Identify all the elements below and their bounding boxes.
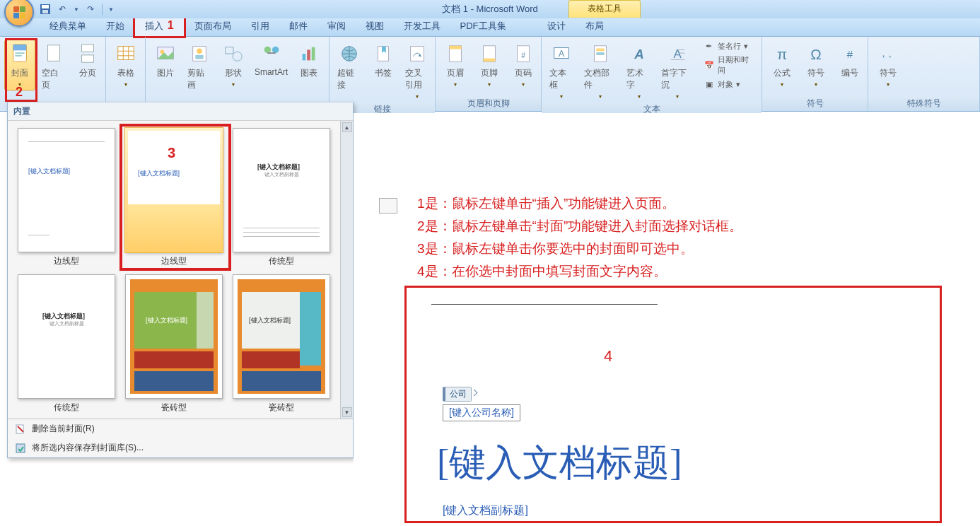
table-button[interactable]: 表格▾ [110,40,141,90]
tab-tablelayout[interactable]: 布局 [576,16,614,36]
save-to-gallery-button[interactable]: 将所选内容保存到封面库(S)... [8,438,353,457]
tab-home[interactable]: 开始 [96,16,134,36]
instruction-line-2: 2是：鼠标左键单击“封面”功能键进入封面选择对话框。 [417,215,742,238]
chart-button[interactable]: 图表 [293,40,325,82]
tab-mail[interactable]: 邮件 [279,16,317,36]
tab-pagelayout[interactable]: 页面布局 [185,16,241,36]
svg-rect-1 [42,5,49,8]
gallery-item-caption: 边线型 [54,255,79,267]
gallery-item-caption: 传统型 [269,255,294,267]
picture-label: 图片 [157,67,174,79]
thumb-title: [键入文档标题] [28,167,70,176]
cover-page-button[interactable]: 封面 ▾ [4,40,35,90]
quickparts-icon [589,42,612,65]
chart-label: 图表 [301,67,317,79]
number-button[interactable]: #编号 [834,40,865,82]
context-tab-tabletools: 表格工具 [568,0,641,18]
cover-page-gallery: 内置 [键入文档标题] 边线型 [键入文档标题] 3 [7,102,354,458]
clipart-button[interactable]: 剪贴画 [184,40,215,94]
remove-cover-button[interactable]: 删除当前封面(R) [8,419,353,438]
remove-cover-icon [15,423,26,435]
tab-developer[interactable]: 开发工具 [394,16,450,36]
gallery-item[interactable]: [键入文档标题] 边线型 [15,128,118,270]
equation-button[interactable]: π公式▾ [766,40,798,90]
document-title-field[interactable]: [键入文档标题] [437,438,926,488]
hyperlink-button[interactable]: 超链接 [334,40,365,94]
gallery-item-caption: 瓷砖型 [161,402,187,414]
footer-button[interactable]: 页脚▾ [474,40,505,90]
object-button[interactable]: ▣对象 ▾ [701,78,757,90]
hyperlink-icon [338,42,361,65]
svg-rect-40 [596,52,604,55]
annotation-marker-1: 1 [168,19,174,31]
signature-button[interactable]: ✒签名行 ▾ [701,40,757,52]
svg-text:#: # [521,52,525,59]
undo-icon[interactable]: ↶ [57,4,68,15]
smartart-button[interactable]: SmartArt [252,40,291,80]
gallery-item[interactable]: [键入文档标题] 瓷砖型 [230,274,333,416]
group-special-label: 特殊符号 [868,97,979,111]
company-name-field[interactable]: [键入公司名称] [443,404,520,421]
svg-text:A: A [674,47,682,61]
undo-dropdown-icon[interactable]: ▼ [74,6,79,13]
picture-button[interactable]: 图片 [150,40,181,82]
instruction-line-4: 4是：在你选中封面中填写封面文字内容。 [417,260,742,283]
crossref-button[interactable]: 交叉引用▾ [402,40,433,103]
group-headerfooter-label: 页眉和页脚 [436,97,541,111]
footer-label: 页脚 [481,67,498,79]
smartart-icon [260,42,283,65]
scroll-up-icon[interactable]: ▲ [342,122,352,132]
svg-text:，。: ，。 [879,48,897,59]
svg-rect-25 [307,49,310,60]
gallery-section-header: 内置 [8,103,353,121]
header-button[interactable]: 页眉▾ [440,40,471,90]
svg-point-22 [264,47,270,53]
symbol-icon: Ω [805,42,827,65]
annotation-marker-2: 2 [16,85,23,100]
tab-review[interactable]: 审阅 [317,16,356,36]
symbol-button[interactable]: Ω符号▾ [800,40,832,90]
quickparts-button[interactable]: 文档部件▾ [581,40,620,103]
signature-icon: ✒ [704,40,715,52]
svg-rect-5 [15,52,24,54]
svg-rect-8 [82,45,94,52]
table-icon [115,42,137,65]
page-corner-marker [379,198,397,214]
pagenum-button[interactable]: #页码▾ [508,40,539,90]
scroll-down-icon[interactable]: ▼ [342,407,352,417]
tab-view[interactable]: 视图 [356,16,394,36]
datetime-button[interactable]: 📅日期和时间 [701,54,757,76]
shapes-button[interactable]: 形状▾ [218,40,249,90]
gallery-item-caption: 传统型 [54,402,79,414]
document-subtitle-field[interactable]: [键入文档副标题] [443,503,926,518]
equation-label: 公式 [774,67,791,79]
tab-pdf[interactable]: PDF工具集 [450,16,516,36]
special-symbol-button[interactable]: ，。符号▾ [873,40,904,90]
textbox-label: 文本框 [549,67,574,91]
dropcap-button[interactable]: A首字下沉▾ [658,40,697,103]
blank-page-button[interactable]: 空白页 [38,40,69,94]
bookmark-button[interactable]: 书签 [368,40,399,82]
gallery-scrollbar[interactable]: ▲ ▼ [340,121,353,419]
qat-customize-icon[interactable]: ▼ [108,6,114,13]
tab-design[interactable]: 设计 [537,16,576,36]
gallery-item[interactable]: [键入文档标题] 键入文档副标题 传统型 [15,274,118,416]
wordart-button[interactable]: A艺术字▾ [623,40,655,103]
gallery-item[interactable]: [键入文档标题] 键入文档副标题 传统型 [230,128,333,270]
svg-text:A: A [559,49,565,59]
page-break-button[interactable]: 分页 [72,40,103,82]
crossref-icon [406,42,428,65]
svg-rect-31 [450,46,462,49]
equation-icon: π [771,42,793,65]
textbox-button[interactable]: A文本框▾ [546,40,578,103]
redo-icon[interactable]: ↷ [85,4,96,15]
tab-classic[interactable]: 经典菜单 [40,16,96,36]
window-title: 文档 1 - Microsoft Word [442,3,538,16]
gallery-item[interactable]: [键入文档标题] 瓷砖型 [122,274,226,416]
svg-text:π: π [777,46,787,62]
pagenum-label: 页码 [515,67,532,79]
save-icon[interactable] [40,4,51,15]
content-control-tab[interactable]: 公司 [443,387,472,402]
tab-reference[interactable]: 引用 [241,16,279,36]
thumb-title: [键入文档标题] [249,316,291,325]
